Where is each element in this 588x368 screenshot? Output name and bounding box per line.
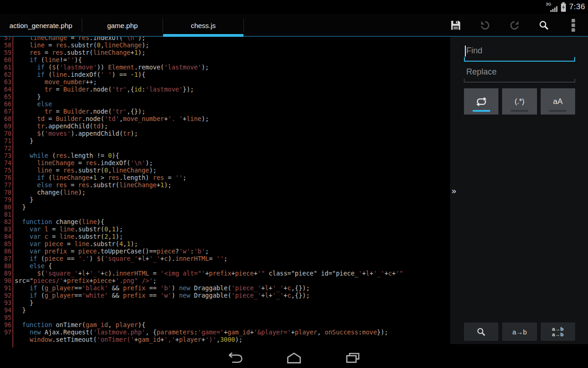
home-button[interactable] [265,347,323,368]
code-text: if (g_player=='black' && prefix == 'b') … [15,284,310,292]
code-line[interactable]: 90src="pieces/'+prefix+piece+'.png" />'; [0,277,450,284]
code-line[interactable]: 91 if (g_player=='black' && prefix == 'b… [0,284,450,292]
code-line[interactable]: 58 line = res.substr(0,lineChange); [0,41,450,49]
home-icon [286,352,302,364]
line-number: 61 [0,63,11,71]
save-button[interactable] [441,14,470,37]
code-line[interactable]: 83 var l = line.substr(0,1); [0,225,450,233]
code-line[interactable]: 93 } [0,299,450,306]
replace-all-button[interactable]: a→b a→b [541,322,575,341]
line-number: 78 [0,189,11,196]
code-line[interactable]: 79 } [0,196,450,203]
line-number: 65 [0,93,11,100]
code-line[interactable]: 62 if (line.indexOf(' ') == -1){ [0,71,450,78]
code-line[interactable]: 68 td = Builder.node('td',move_number+'.… [0,115,450,122]
tab-action-generate-php[interactable]: action_generate.php [0,14,82,37]
replace-field [464,63,575,82]
code-line[interactable]: 65 } [0,93,450,100]
code-text: var l = line.substr(0,1); [15,225,123,233]
code-line[interactable]: 61 if ($('lastmove')) Element.remove('la… [0,63,450,71]
line-number: 88 [0,262,11,270]
find-replace-panel: » (.*) [450,37,588,344]
code-line[interactable]: 71 } [0,137,450,144]
code-line[interactable]: 63 move_number++; [0,78,450,86]
code-text: tr = Builder.node('tr',{id:'lastmove'}); [15,86,194,93]
line-number: 91 [0,284,11,292]
line-number: 86 [0,247,11,255]
code-text: function change(line){ [15,218,104,225]
code-line[interactable]: 81 [0,211,450,218]
line-number: 69 [0,122,11,130]
line-number: 75 [0,167,11,174]
code-line[interactable]: window.setTimeout('onTimer('+gam_id+','+… [0,336,450,343]
code-line[interactable]: 87 if (piece == '.') $('square_'+l+'_'+c… [0,255,450,262]
code-text: td = Builder.node('td',move_number+'. '+… [15,115,209,122]
undo-button[interactable] [470,14,500,37]
code-line[interactable]: 94 } [0,306,450,314]
line-number: 96 [0,321,11,328]
regex-toggle[interactable]: (.*) [502,88,537,115]
find-next-button[interactable] [464,322,498,341]
code-text: else { [15,262,52,270]
line-number: 84 [0,233,11,240]
code-editor[interactable]: 57 lineChange = res.indexOf('\n');58 lin… [0,37,450,347]
code-line[interactable]: 76 if (lineChange+1 > res.length) res = … [0,174,450,181]
tab-game-php[interactable]: game.php [82,14,163,37]
toggle-indicator [511,110,528,112]
search-button[interactable] [529,14,559,37]
replace-button[interactable]: a→b [502,322,537,341]
code-line[interactable]: 92 if (g_player=='white' && prefix == 'w… [0,292,450,299]
code-text: tr = Builder.node('tr',{}); [15,108,146,115]
code-text: if (piece == '.') $('square_'+l+'_'+c).i… [15,255,227,262]
find-input[interactable] [464,44,578,58]
code-line[interactable]: 74 lineChange = res.indexOf('\n'); [0,159,450,167]
back-button[interactable] [206,347,265,368]
code-line[interactable]: 60 if (line!=''){ [0,56,450,63]
code-line[interactable]: 57 lineChange = res.indexOf('\n'); [0,37,450,41]
code-line[interactable]: 80 } [0,203,450,211]
code-line[interactable]: 64 tr = Builder.node('tr',{id:'lastmove'… [0,86,450,93]
screen: 3G 7:36 action_generate.php game.php c [0,0,588,368]
line-number: 74 [0,159,11,167]
line-number: 85 [0,240,11,247]
code-text: change(line); [15,189,85,196]
redo-button[interactable] [500,14,529,37]
code-line[interactable]: 69 tr.appendChild(td); [0,122,450,130]
code-text: if (g_player=='white' && prefix == 'w') … [15,292,310,299]
code-line[interactable]: 78 change(line); [0,189,450,196]
code-line[interactable]: 70 $('moves').appendChild(tr); [0,130,450,137]
tab-chess-js[interactable]: chess.js [163,14,243,37]
status-icons: 3G 7:36 [546,0,585,14]
code-line[interactable]: 67 tr = Builder.node('tr',{}); [0,108,450,115]
code-line[interactable]: 82 function change(line){ [0,218,450,225]
line-number: 95 [0,314,11,321]
replace-input[interactable] [464,65,578,79]
code-line[interactable]: 89 $('square_'+l+'_'+c).innerHTML = '<im… [0,270,450,277]
code-text: } [15,196,34,203]
code-line[interactable]: 96 function onTimer(gam_id, player){ [0,321,450,328]
code-line[interactable]: 72 [0,144,450,152]
code-line[interactable]: 95 [0,314,450,321]
wrap-around-toggle[interactable] [464,88,498,115]
code-line[interactable]: 86 var prefix = piece.toUpperCase()==pie… [0,247,450,255]
code-line[interactable]: 59 res = res.substr(lineChange+1); [0,49,450,56]
line-number: 94 [0,306,11,314]
match-case-toggle[interactable]: aA [541,88,575,115]
code-line[interactable]: 97 new Ajax.Request('lastmove.php', {par… [0,328,450,336]
status-time: 7:36 [569,2,585,12]
code-text: if (lineChange+1 > res.length) res = ''; [15,174,187,181]
overflow-menu-button[interactable] [559,14,588,37]
tab-label: action_generate.php [10,22,73,29]
code-line[interactable]: 75 line = res.substr(0,lineChange); [0,167,450,174]
line-number: 87 [0,255,11,262]
recents-button[interactable] [323,347,382,368]
code-line[interactable]: 73 while (res.length != 0){ [0,152,450,159]
search-icon [538,19,550,31]
code-line[interactable]: 77 else res = res.substr(lineChange+1); [0,181,450,189]
tab-divider [243,19,244,32]
code-line[interactable]: 84 var c = line.substr(2,1); [0,233,450,240]
code-line[interactable]: 85 var piece = line.substr(4,1); [0,240,450,247]
code-line[interactable]: 88 else { [0,262,450,270]
collapse-panel-chevron-icon[interactable]: » [452,186,456,196]
code-line[interactable]: 66 else [0,100,450,108]
